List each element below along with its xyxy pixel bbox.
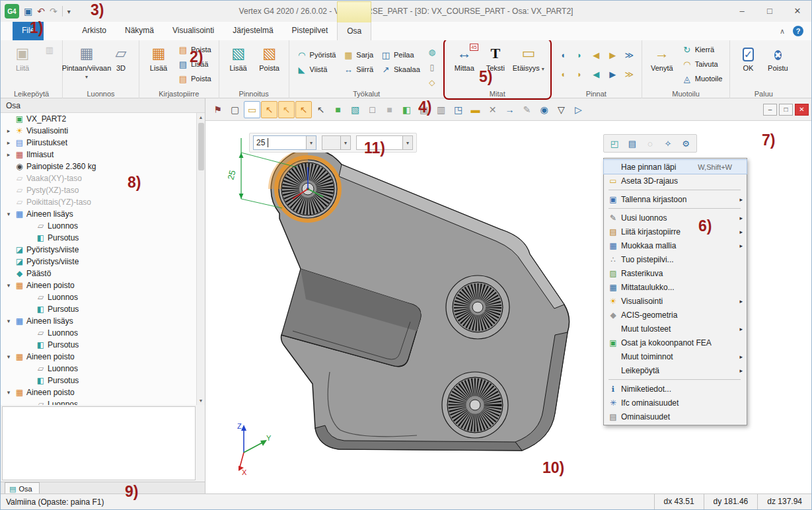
toolbar-button[interactable]: ▭	[244, 101, 260, 118]
tree-item[interactable]: ◪ Pyöristys/viiste	[1, 244, 196, 256]
toolbar-button[interactable]: ▧	[347, 101, 363, 118]
toolbar-button[interactable]: □	[364, 101, 381, 118]
face-tool-button[interactable]: ◖	[556, 65, 571, 83]
undo-button[interactable]: ↶	[37, 6, 45, 17]
mini-toolbar-button[interactable]: ✧	[660, 136, 676, 151]
tool-button[interactable]: ◍	[425, 46, 439, 59]
menu-item[interactable]: ▦ Mittataulukko...	[604, 280, 747, 294]
menu-item[interactable]: ✎ Uusi luonnos ▸	[604, 211, 747, 225]
help-icon[interactable]: ?	[793, 26, 803, 36]
model-canvas[interactable]: 25 25 ▾ ▾ ▾	[205, 121, 812, 495]
menu-item[interactable]: Hae pinnan läpi W,Shift+W	[604, 160, 747, 174]
toolbar-button[interactable]: ▢	[227, 101, 243, 118]
mdi-close-button[interactable]: ✕	[795, 104, 809, 116]
siirra-button[interactable]: ↔ Siirrä	[340, 62, 376, 77]
face-tool-button[interactable]: ◗	[572, 46, 587, 64]
tree-expander-icon[interactable]: ▸	[5, 151, 13, 158]
minimize-button[interactable]: –	[728, 1, 756, 22]
scroll-up-icon[interactable]: ▲	[197, 113, 205, 122]
tree-item[interactable]: ◧ Pursotus	[1, 303, 196, 315]
dimension-value-combo[interactable]: 25 ▾	[253, 135, 316, 150]
pintaan-viivaan-button[interactable]: ▦ Pintaan/viivaan ▾	[67, 42, 106, 87]
toolbar-button[interactable]: ✕	[484, 101, 501, 118]
tree-item[interactable]: ◧ Pursotus	[1, 375, 196, 386]
toolbar-button[interactable]: ↖	[313, 101, 329, 118]
tree-expander-icon[interactable]: ▾	[5, 211, 13, 217]
venyta-button[interactable]: → Venytä	[647, 42, 677, 87]
pyorista-button[interactable]: ◠ Pyöristä	[294, 48, 339, 62]
face-tool-button[interactable]: ◀	[589, 65, 604, 83]
menu-item[interactable]: ▤ Liitä kirjastopiirre ▸	[604, 225, 747, 238]
tree-item[interactable]: ◧ Pursotus	[1, 232, 196, 244]
toolbar-button[interactable]: ▬	[467, 101, 484, 118]
menu-item[interactable]: ▣ Tallenna kirjastoon ▸	[604, 192, 747, 206]
tree-expander-icon[interactable]: ▸	[5, 128, 13, 134]
scroll-down-icon[interactable]: ▼	[197, 396, 205, 405]
face-tool-button[interactable]: ◖	[556, 46, 571, 64]
tree-item[interactable]: ▸ ▤ Piirustukset	[1, 137, 196, 149]
skaalaa-button[interactable]: ↗ Skaalaa	[378, 62, 423, 77]
tree-item[interactable]: ▱ Poikittais(YZ)-taso	[1, 196, 196, 208]
face-tool-button[interactable]: ▶	[605, 65, 620, 83]
face-tool-button[interactable]: ◀	[589, 46, 604, 64]
combo-dropdown-icon[interactable]: ▾	[306, 136, 316, 149]
tree-item[interactable]: ◆ Päästö	[1, 268, 196, 279]
tree-expander-icon[interactable]: ▾	[5, 318, 13, 324]
tree-expander-icon[interactable]: ▾	[5, 353, 13, 360]
toolbar-button[interactable]: →	[501, 101, 518, 118]
tertiary-combo[interactable]: ▾	[356, 135, 413, 150]
mini-toolbar-button[interactable]: ◰	[607, 136, 622, 151]
tree-item[interactable]: ▱ Luonnos	[1, 398, 196, 405]
sarja-button[interactable]: ▦ Sarja	[340, 48, 376, 62]
viista-button[interactable]: ◣ Viistä	[294, 62, 339, 77]
menu-item[interactable]: Muut toiminnot ▸	[604, 349, 747, 363]
combo-dropdown-icon[interactable]: ▾	[402, 136, 412, 149]
menu-item[interactable]: ◆ ACIS-geometria	[604, 308, 747, 322]
toolbar-button[interactable]: ◳	[450, 101, 466, 118]
menu-item[interactable]	[604, 188, 747, 192]
face-tool-button[interactable]: ≫	[622, 46, 637, 64]
teksti-button[interactable]: T Teksti	[482, 42, 509, 87]
tree-item[interactable]: ▾ ▦ Aineen lisäys	[1, 315, 196, 327]
tab-pistepilvet[interactable]: Pistepilvet	[283, 22, 338, 40]
sketch-3d-button[interactable]: ▱ 3D	[108, 42, 134, 87]
face-tool-button[interactable]: ▶	[605, 46, 620, 64]
tree-item[interactable]: ▱ Luonnos	[1, 363, 196, 375]
tree-item[interactable]: ▸ ☀ Visualisointi	[1, 125, 196, 137]
menu-item[interactable]: ∴ Tuo pistepilvi...	[604, 252, 747, 266]
tree-expander-icon[interactable]: ▸	[5, 139, 13, 146]
face-tool-button[interactable]: ◗	[572, 65, 587, 83]
mdi-restore-button[interactable]: □	[779, 104, 793, 116]
toolbar-button[interactable]: ▤	[416, 101, 432, 118]
menu-item[interactable]	[604, 206, 747, 211]
ribbon-collapse-icon[interactable]: ∧	[780, 27, 785, 36]
toolbar-button[interactable]: ■	[381, 101, 398, 118]
tree-item[interactable]: ◪ Pyöristys/viiste	[1, 256, 196, 268]
peilaa-button[interactable]: ◫ Peilaa	[378, 48, 423, 62]
tree-item[interactable]: ▾ ▦ Aineen poisto	[1, 279, 196, 291]
poistu-button[interactable]: ✖ Poistu	[763, 42, 792, 87]
tree-item[interactable]: ▸ ▦ Ilmiasut	[1, 149, 196, 161]
tree-item[interactable]: ▱ Vaaka(XY)-taso	[1, 172, 196, 184]
tree-expander-icon[interactable]: ▾	[5, 282, 13, 289]
etaisyys-button[interactable]: ▭ Etäisyys ▾	[511, 42, 546, 87]
toolbar-button[interactable]: ▷	[570, 101, 587, 118]
menu-item[interactable]: ▨ Rasterikuva	[604, 266, 747, 280]
app-logo[interactable]: G4	[5, 4, 19, 18]
tree-item[interactable]: ◉ Painopiste 2.360 kg	[1, 161, 196, 172]
tree-item[interactable]: ◧ Pursotus	[1, 339, 196, 351]
ok-button[interactable]: ✓ OK	[735, 42, 761, 87]
tree-item[interactable]: ▱ Luonnos	[1, 327, 196, 339]
kirjasto-poista2-button[interactable]: ▤ Poista	[175, 71, 214, 86]
combo-dropdown-icon[interactable]: ▾	[340, 136, 350, 149]
kirjasto-poista-button[interactable]: ▤ Poista	[175, 42, 214, 57]
tree-item[interactable]: ▱ Pysty(XZ)-taso	[1, 184, 196, 196]
toolbar-button[interactable]: ■	[330, 101, 346, 118]
kopioi-button[interactable]: ▥	[42, 42, 57, 57]
tree-item[interactable]: ▣ VX_PART2	[1, 113, 196, 125]
face-tool-button[interactable]: ≫	[622, 65, 637, 83]
toolbar-button[interactable]: ▥	[433, 101, 449, 118]
mittaa-button[interactable]: ↔45 Mittaa	[449, 42, 480, 87]
toolbar-button[interactable]: ◧	[398, 101, 415, 118]
pinnoitus-lisaa-button[interactable]: ▧ Lisää	[224, 42, 253, 87]
